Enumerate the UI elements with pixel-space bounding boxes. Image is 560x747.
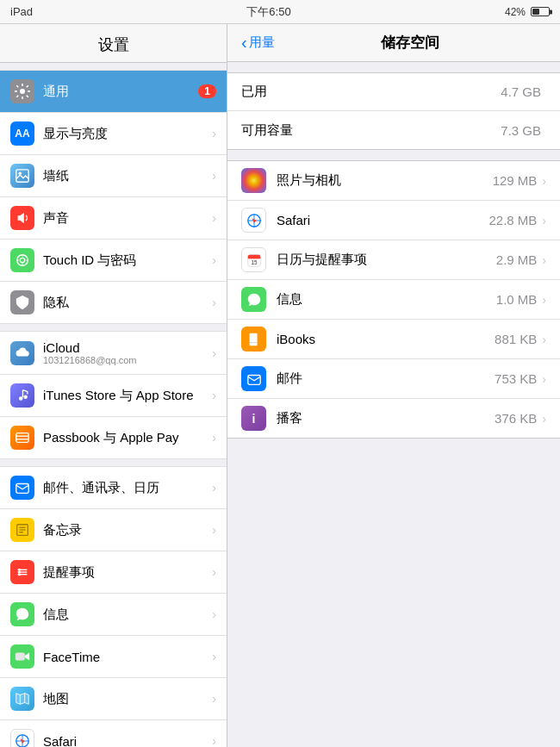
passbook-label: Passbook 与 Apple Pay bbox=[43, 430, 179, 446]
podcast-app-size: 376 KB bbox=[495, 411, 537, 426]
ibooks-chevron-icon: › bbox=[542, 333, 546, 346]
battery-fill bbox=[532, 9, 539, 15]
photos-chevron-icon: › bbox=[542, 174, 546, 188]
back-chevron-icon: ‹ bbox=[241, 33, 247, 53]
right-panel-title: 储存空间 bbox=[275, 33, 546, 53]
sidebar-item-icloud[interactable]: iCloud 1031216868@qq.com › bbox=[0, 331, 227, 375]
icloud-sublabel: 1031216868@qq.com bbox=[43, 355, 136, 365]
svg-point-5 bbox=[19, 396, 23, 401]
svg-point-20 bbox=[19, 574, 21, 576]
sidebar-item-reminders[interactable]: 提醒事项 › bbox=[0, 551, 227, 594]
app-row-calendar[interactable]: 15 日历与提醒事项 2.9 MB › bbox=[227, 240, 560, 280]
sidebar-item-general[interactable]: 通用 1 bbox=[0, 70, 227, 113]
display-label: 显示与亮度 bbox=[43, 126, 108, 142]
icloud-text: iCloud 1031216868@qq.com bbox=[43, 340, 136, 365]
svg-point-19 bbox=[19, 571, 21, 573]
battery-percent: 42% bbox=[505, 6, 526, 18]
svg-point-6 bbox=[23, 395, 28, 400]
maps-icon bbox=[10, 687, 34, 711]
sidebar-item-safari[interactable]: Safari › bbox=[0, 720, 227, 747]
safari-app-icon bbox=[241, 208, 266, 233]
wallpaper-label: 墙纸 bbox=[43, 168, 69, 184]
facetime-label: FaceTime bbox=[43, 650, 100, 664]
svg-point-4 bbox=[20, 258, 24, 262]
right-panel: ‹ 用量 储存空间 已用 4.7 GB 可用容量 7.3 GB bbox=[227, 24, 560, 747]
svg-text:15: 15 bbox=[251, 259, 258, 265]
sidebar: 设置 通用 1 AA 显示与亮度 › bbox=[0, 24, 227, 747]
safari-icon bbox=[10, 729, 34, 747]
sounds-label: 声音 bbox=[43, 210, 69, 227]
ibooks-app-icon bbox=[241, 327, 266, 352]
mail-chevron-icon: › bbox=[542, 372, 546, 386]
ibooks-app-size: 881 KB bbox=[495, 332, 537, 346]
sidebar-item-passbook[interactable]: Passbook 与 Apple Pay › bbox=[0, 417, 227, 459]
sidebar-item-wallpaper[interactable]: 墙纸 › bbox=[0, 155, 227, 197]
privacy-icon bbox=[10, 290, 34, 314]
messages-icon bbox=[10, 602, 34, 626]
sidebar-item-messages[interactable]: 信息 › bbox=[0, 594, 227, 636]
sidebar-item-facetime[interactable]: FaceTime › bbox=[0, 636, 227, 678]
reminders-label: 提醒事项 bbox=[43, 564, 95, 581]
available-value: 7.3 GB bbox=[501, 123, 541, 138]
mail-app-name: 邮件 bbox=[277, 370, 495, 387]
sidebar-item-itunes[interactable]: iTunes Store 与 App Store › bbox=[0, 375, 227, 417]
sidebar-item-display[interactable]: AA 显示与亮度 › bbox=[0, 113, 227, 155]
facetime-icon bbox=[10, 644, 34, 669]
sidebar-item-mail[interactable]: 邮件、通讯录、日历 › bbox=[0, 466, 227, 509]
display-icon: AA bbox=[10, 121, 34, 146]
usage-section: 已用 4.7 GB 可用容量 7.3 GB bbox=[227, 72, 560, 150]
ibooks-app-name: iBooks bbox=[277, 332, 495, 346]
available-label: 可用容量 bbox=[241, 122, 501, 139]
mail-app-size: 753 KB bbox=[495, 371, 537, 386]
sidebar-item-privacy[interactable]: 隐私 › bbox=[0, 282, 227, 324]
main-content: 设置 通用 1 AA 显示与亮度 › bbox=[0, 24, 560, 747]
svg-rect-1 bbox=[16, 170, 28, 182]
safari-chevron-icon: › bbox=[542, 214, 546, 227]
sidebar-group-accounts: iCloud 1031216868@qq.com › iTunes Store … bbox=[0, 331, 227, 459]
usage-group: 已用 4.7 GB 可用容量 7.3 GB bbox=[227, 72, 560, 150]
app-row-safari[interactable]: Safari 22.8 MB › bbox=[227, 201, 560, 240]
general-badge: 1 bbox=[198, 84, 216, 98]
usage-row-available: 可用容量 7.3 GB bbox=[227, 111, 560, 149]
app-row-mail[interactable]: 邮件 753 KB › bbox=[227, 359, 560, 399]
touchid-label: Touch ID 与密码 bbox=[43, 252, 136, 269]
calendar-app-size: 2.9 MB bbox=[496, 252, 538, 267]
back-button[interactable]: ‹ 用量 bbox=[241, 33, 275, 53]
mail-label: 邮件、通讯录、日历 bbox=[43, 480, 159, 496]
calendar-chevron-icon: › bbox=[542, 253, 546, 267]
status-device: iPad bbox=[10, 5, 33, 18]
general-label: 通用 bbox=[43, 84, 69, 100]
usage-row-used: 已用 4.7 GB bbox=[227, 73, 560, 111]
sidebar-item-notes[interactable]: 备忘录 › bbox=[0, 509, 227, 551]
messages-app-icon bbox=[241, 287, 266, 312]
podcast-app-name: 播客 bbox=[277, 410, 495, 426]
sounds-icon bbox=[10, 206, 34, 230]
svg-rect-10 bbox=[16, 484, 28, 494]
notes-icon bbox=[10, 518, 34, 542]
app-row-photos[interactable]: 照片与相机 129 MB › bbox=[227, 161, 560, 201]
svg-rect-38 bbox=[247, 257, 259, 258]
app-row-messages[interactable]: 信息 1.0 MB › bbox=[227, 280, 560, 320]
touchid-icon bbox=[10, 248, 34, 272]
safari-label: Safari bbox=[43, 734, 77, 748]
sidebar-item-sounds[interactable]: 声音 › bbox=[0, 197, 227, 240]
mail-icon bbox=[10, 476, 34, 500]
messages-label: 信息 bbox=[43, 607, 69, 623]
calendar-app-name: 日历与提醒事项 bbox=[277, 252, 496, 268]
app-row-ibooks[interactable]: iBooks 881 KB › bbox=[227, 320, 560, 359]
notes-label: 备忘录 bbox=[43, 522, 82, 538]
sidebar-item-touchid[interactable]: Touch ID 与密码 › bbox=[0, 240, 227, 282]
messages-app-size: 1.0 MB bbox=[496, 292, 538, 307]
itunes-label: iTunes Store 与 App Store bbox=[43, 388, 194, 404]
status-bar: iPad 下午6:50 42% bbox=[0, 0, 560, 24]
battery-icon bbox=[531, 7, 550, 16]
svg-point-3 bbox=[17, 255, 28, 266]
reminders-icon bbox=[10, 560, 34, 584]
sidebar-title: 设置 bbox=[0, 24, 227, 63]
sidebar-item-maps[interactable]: 地图 › bbox=[0, 678, 227, 720]
privacy-label: 隐私 bbox=[43, 295, 69, 311]
app-row-podcast[interactable]: i 播客 376 KB › bbox=[227, 399, 560, 438]
apps-section: 照片与相机 129 MB › Safari 22.8 MB › 15 bbox=[227, 160, 560, 439]
passbook-icon bbox=[10, 426, 34, 450]
podcast-chevron-icon: › bbox=[542, 412, 546, 426]
